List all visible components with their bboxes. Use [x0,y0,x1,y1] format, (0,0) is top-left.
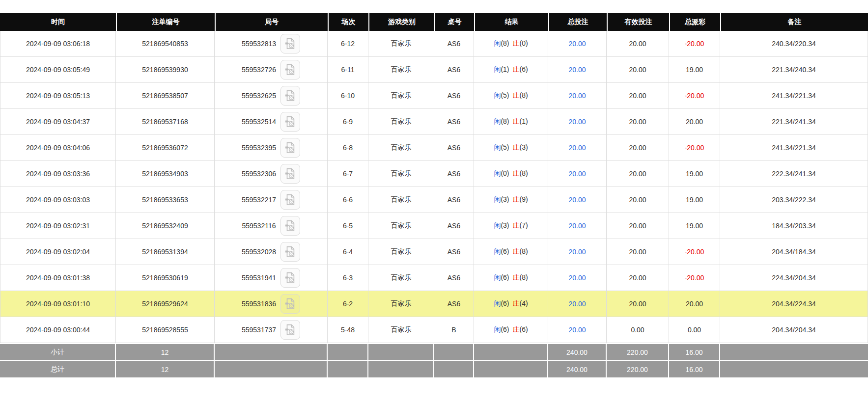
cell-table-no: AS6 [434,213,474,239]
column-header-total_payout: 总派彩 [669,13,720,31]
result-banker-points: (9) [520,195,528,203]
round-number: 559532395 [242,144,276,152]
cell-table-no: AS6 [434,161,474,187]
video-replay-button[interactable] [280,60,300,80]
cell-session: 6-5 [328,213,368,239]
cell-time: 2024-09-09 03:02:31 [0,213,116,239]
summary-empty-round [215,343,328,360]
video-replay-button[interactable] [280,190,300,210]
result-player-label: 闲 [494,195,501,203]
cell-time: 2024-09-09 03:03:36 [0,161,116,187]
cell-session: 6-8 [328,135,368,161]
table-row[interactable]: 2024-09-09 03:02:04 521869531394 5595320… [0,239,868,265]
cell-valid-bet: 20.00 [607,213,669,239]
cell-bet-id: 521869533653 [116,187,215,213]
cell-game-type: 百家乐 [368,83,434,109]
table-row[interactable]: 2024-09-09 03:04:06 521869536072 5595323… [0,135,868,161]
video-replay-button[interactable] [280,242,300,262]
result-banker-label: 庄 [513,169,520,177]
result-player-points: (6) [501,299,509,307]
table-row[interactable]: 2024-09-09 03:02:31 521869532409 5595321… [0,213,868,239]
cell-table-no: AS6 [434,239,474,265]
cell-total-bet: 20.00 [548,239,607,265]
summary-empty-game-type [368,360,434,377]
video-replay-button[interactable] [280,294,300,314]
result-banker-points: (8) [520,169,528,177]
video-file-icon [284,37,297,50]
result-banker-points: (7) [520,221,528,229]
video-replay-button[interactable] [280,86,300,106]
header-row: 时间注单编号局号场次游戏类别桌号结果总投注有效投注总派彩备注 [0,13,868,31]
cell-total-bet: 20.00 [548,161,607,187]
round-number: 559532028 [242,248,276,256]
cell-session: 6-6 [328,187,368,213]
video-file-icon [284,245,297,258]
cell-remark: 221.34/241.34 [720,109,868,135]
result-player-points: (6) [501,273,509,281]
video-replay-button[interactable] [280,268,300,288]
column-header-bet_id: 注单编号 [116,13,215,31]
video-file-icon [284,219,297,232]
cell-valid-bet: 20.00 [607,239,669,265]
table-header: 时间注单编号局号场次游戏类别桌号结果总投注有效投注总派彩备注 [0,13,868,31]
table-row[interactable]: 2024-09-09 03:03:36 521869534903 5595323… [0,161,868,187]
video-file-icon [284,323,297,336]
video-replay-button[interactable] [280,34,300,53]
result-banker-points: (8) [520,91,528,99]
cell-remark: 241.34/221.34 [720,135,868,161]
summary-valid-bet: 220.00 [607,360,669,377]
column-header-remark: 备注 [720,13,868,31]
video-replay-button[interactable] [280,164,300,184]
cell-total-payout: -20.00 [669,31,720,57]
cell-valid-bet: 20.00 [607,291,669,317]
cell-time: 2024-09-09 03:01:10 [0,291,116,317]
cell-bet-id: 521869528555 [116,317,215,343]
result-player-points: (0) [501,169,509,177]
cell-result: 闲(8)庄(0) [474,31,548,57]
video-replay-button[interactable] [280,320,300,340]
result-player-points: (3) [501,221,509,229]
cell-valid-bet: 20.00 [607,187,669,213]
result-player-points: (5) [501,91,509,99]
video-file-icon [284,115,297,128]
cell-session: 6-3 [328,265,368,291]
video-replay-button[interactable] [280,138,300,158]
table-row[interactable]: 2024-09-09 03:03:03 521869533653 5595322… [0,187,868,213]
cell-session: 5-48 [328,317,368,343]
cell-total-bet: 20.00 [548,31,607,57]
video-file-icon [284,193,297,206]
summary-total-payout: 16.00 [669,343,720,360]
table-row[interactable]: 2024-09-09 03:05:49 521869539930 5595327… [0,57,868,83]
summary-empty-table-no [434,343,474,360]
cell-bet-id: 521869536072 [116,135,215,161]
video-replay-button[interactable] [280,112,300,132]
column-header-result: 结果 [474,13,548,31]
cell-game-type: 百家乐 [368,317,434,343]
cell-total-payout: -20.00 [669,135,720,161]
result-banker-points: (8) [520,247,528,255]
summary-total-bet: 240.00 [548,343,607,360]
cell-remark: 203.34/222.34 [720,187,868,213]
cell-time: 2024-09-09 03:05:49 [0,57,116,83]
table-row[interactable]: 2024-09-09 03:06:18 521869540853 5595328… [0,31,868,57]
table-row[interactable]: 2024-09-09 03:05:13 521869538507 5595326… [0,83,868,109]
table-row[interactable]: 2024-09-09 03:01:38 521869530619 5595319… [0,265,868,291]
video-replay-button[interactable] [280,216,300,236]
cell-time: 2024-09-09 03:00:44 [0,317,116,343]
result-banker-points: (6) [520,325,528,333]
result-banker-label: 庄 [513,91,520,99]
cell-round: 559532625 [215,83,328,109]
cell-result: 闲(1)庄(6) [474,57,548,83]
table-row[interactable]: 2024-09-09 03:04:37 521869537168 5595325… [0,109,868,135]
cell-valid-bet: 20.00 [607,83,669,109]
cell-result: 闲(5)庄(8) [474,83,548,109]
video-file-icon [284,63,297,76]
result-banker-label: 庄 [513,117,520,125]
cell-valid-bet: 0.00 [607,317,669,343]
cell-valid-bet: 20.00 [607,31,669,57]
round-number: 559531737 [242,326,276,334]
cell-bet-id: 521869532409 [116,213,215,239]
table-row[interactable]: 2024-09-09 03:00:44 521869528555 5595317… [0,317,868,343]
cell-bet-id: 521869530619 [116,265,215,291]
table-row[interactable]: 2024-09-09 03:01:10 521869529624 5595318… [0,291,868,317]
